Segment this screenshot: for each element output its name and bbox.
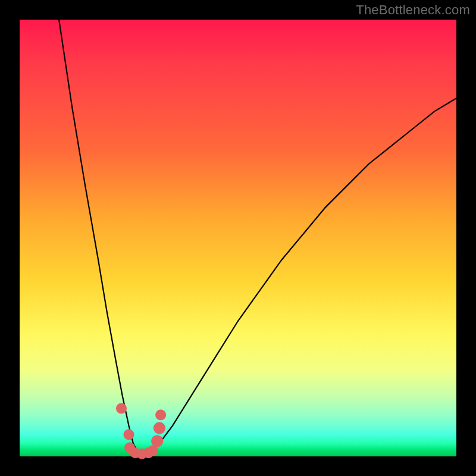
curve-layer [20, 20, 456, 456]
curve-markers [116, 403, 166, 459]
marker-dot [116, 403, 127, 414]
marker-dot [154, 422, 165, 434]
marker-dot [151, 435, 163, 447]
chart-frame: TheBottleneck.com [0, 0, 476, 476]
bottleneck-curve [59, 20, 456, 454]
watermark-text: TheBottleneck.com [356, 2, 470, 18]
marker-dot [155, 409, 166, 420]
marker-dot [124, 429, 134, 440]
plot-area [20, 20, 456, 456]
